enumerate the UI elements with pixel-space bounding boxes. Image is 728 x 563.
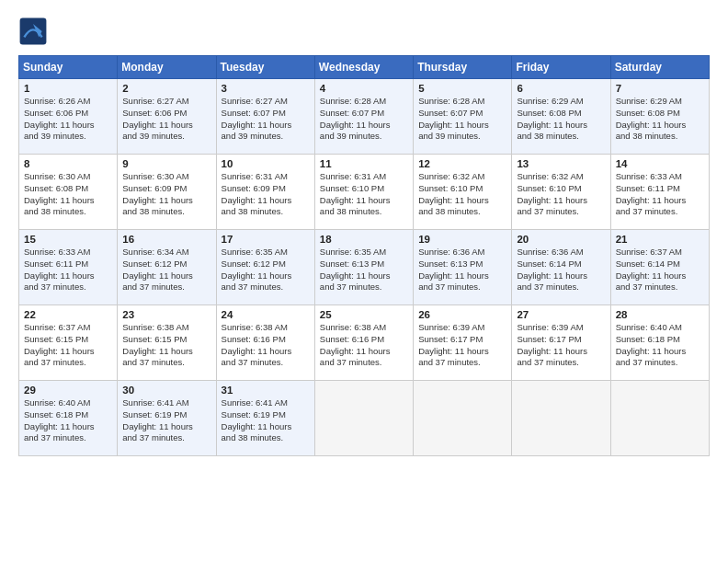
calendar-cell: 12Sunrise: 6:32 AM Sunset: 6:10 PM Dayli… — [414, 155, 512, 230]
day-number: 13 — [517, 158, 605, 169]
calendar-cell: 28Sunrise: 6:40 AM Sunset: 6:18 PM Dayli… — [610, 305, 709, 381]
calendar-cell: 9Sunrise: 6:30 AM Sunset: 6:09 PM Daylig… — [118, 155, 216, 230]
calendar-cell: 24Sunrise: 6:38 AM Sunset: 6:16 PM Dayli… — [216, 305, 314, 381]
calendar-week-row: 22Sunrise: 6:37 AM Sunset: 6:15 PM Dayli… — [19, 305, 710, 381]
calendar-cell — [610, 381, 709, 456]
calendar-cell: 10Sunrise: 6:31 AM Sunset: 6:09 PM Dayli… — [216, 155, 314, 230]
day-number: 14 — [616, 158, 704, 169]
calendar-cell: 5Sunrise: 6:28 AM Sunset: 6:07 PM Daylig… — [414, 79, 512, 155]
day-info: Sunrise: 6:28 AM Sunset: 6:07 PM Dayligh… — [320, 96, 408, 143]
calendar-cell: 31Sunrise: 6:41 AM Sunset: 6:19 PM Dayli… — [216, 381, 314, 456]
day-info: Sunrise: 6:33 AM Sunset: 6:11 PM Dayligh… — [616, 171, 704, 218]
day-number: 8 — [24, 158, 112, 169]
calendar-header-wednesday: Wednesday — [314, 56, 413, 79]
day-number: 30 — [122, 385, 210, 396]
calendar-header-row: SundayMondayTuesdayWednesdayThursdayFrid… — [19, 56, 710, 79]
day-number: 5 — [418, 83, 506, 94]
day-number: 9 — [122, 158, 210, 169]
day-number: 24 — [222, 309, 310, 320]
day-info: Sunrise: 6:38 AM Sunset: 6:16 PM Dayligh… — [222, 322, 310, 369]
calendar-cell: 14Sunrise: 6:33 AM Sunset: 6:11 PM Dayli… — [610, 155, 709, 230]
day-number: 1 — [24, 83, 112, 94]
day-info: Sunrise: 6:31 AM Sunset: 6:09 PM Dayligh… — [222, 171, 310, 218]
day-info: Sunrise: 6:27 AM Sunset: 6:07 PM Dayligh… — [222, 96, 310, 143]
calendar-cell: 13Sunrise: 6:32 AM Sunset: 6:10 PM Dayli… — [512, 155, 610, 230]
day-number: 25 — [320, 309, 408, 320]
day-number: 17 — [222, 234, 310, 245]
page: SundayMondayTuesdayWednesdayThursdayFrid… — [0, 0, 728, 563]
calendar-cell: 7Sunrise: 6:29 AM Sunset: 6:08 PM Daylig… — [610, 79, 709, 155]
day-info: Sunrise: 6:40 AM Sunset: 6:18 PM Dayligh… — [616, 322, 704, 369]
calendar-cell: 20Sunrise: 6:36 AM Sunset: 6:14 PM Dayli… — [512, 230, 610, 305]
day-number: 10 — [222, 158, 310, 169]
day-number: 31 — [222, 385, 310, 396]
calendar-cell: 15Sunrise: 6:33 AM Sunset: 6:11 PM Dayli… — [19, 230, 118, 305]
calendar-cell: 4Sunrise: 6:28 AM Sunset: 6:07 PM Daylig… — [314, 79, 413, 155]
calendar-cell: 23Sunrise: 6:38 AM Sunset: 6:15 PM Dayli… — [118, 305, 216, 381]
day-info: Sunrise: 6:35 AM Sunset: 6:12 PM Dayligh… — [222, 247, 310, 293]
day-number: 11 — [320, 158, 408, 169]
svg-rect-0 — [20, 18, 47, 45]
day-info: Sunrise: 6:32 AM Sunset: 6:10 PM Dayligh… — [418, 171, 506, 218]
day-info: Sunrise: 6:35 AM Sunset: 6:13 PM Dayligh… — [320, 247, 408, 293]
calendar-cell — [414, 381, 512, 456]
day-info: Sunrise: 6:36 AM Sunset: 6:14 PM Dayligh… — [517, 247, 605, 293]
day-info: Sunrise: 6:30 AM Sunset: 6:09 PM Dayligh… — [122, 171, 210, 218]
day-number: 15 — [24, 234, 112, 245]
day-info: Sunrise: 6:33 AM Sunset: 6:11 PM Dayligh… — [24, 247, 112, 293]
day-info: Sunrise: 6:30 AM Sunset: 6:08 PM Dayligh… — [24, 171, 112, 218]
day-info: Sunrise: 6:27 AM Sunset: 6:06 PM Dayligh… — [122, 96, 210, 143]
calendar-cell: 2Sunrise: 6:27 AM Sunset: 6:06 PM Daylig… — [118, 79, 216, 155]
day-info: Sunrise: 6:32 AM Sunset: 6:10 PM Dayligh… — [517, 171, 605, 218]
day-info: Sunrise: 6:38 AM Sunset: 6:16 PM Dayligh… — [320, 322, 408, 369]
day-number: 16 — [122, 234, 210, 245]
day-number: 22 — [24, 309, 112, 320]
day-number: 19 — [418, 234, 506, 245]
day-number: 2 — [122, 83, 210, 94]
calendar-cell: 25Sunrise: 6:38 AM Sunset: 6:16 PM Dayli… — [314, 305, 413, 381]
day-number: 12 — [418, 158, 506, 169]
day-info: Sunrise: 6:39 AM Sunset: 6:17 PM Dayligh… — [517, 322, 605, 369]
calendar-cell: 11Sunrise: 6:31 AM Sunset: 6:10 PM Dayli… — [314, 155, 413, 230]
calendar-cell: 16Sunrise: 6:34 AM Sunset: 6:12 PM Dayli… — [118, 230, 216, 305]
day-info: Sunrise: 6:41 AM Sunset: 6:19 PM Dayligh… — [122, 397, 210, 444]
calendar-cell — [314, 381, 413, 456]
logo-icon — [18, 17, 48, 46]
calendar-cell — [512, 381, 610, 456]
day-number: 27 — [517, 309, 605, 320]
calendar-cell: 8Sunrise: 6:30 AM Sunset: 6:08 PM Daylig… — [19, 155, 118, 230]
day-number: 29 — [24, 385, 112, 396]
logo — [18, 17, 51, 46]
day-number: 6 — [517, 83, 605, 94]
calendar-cell: 27Sunrise: 6:39 AM Sunset: 6:17 PM Dayli… — [512, 305, 610, 381]
day-info: Sunrise: 6:36 AM Sunset: 6:13 PM Dayligh… — [418, 247, 506, 293]
day-number: 7 — [616, 83, 704, 94]
day-info: Sunrise: 6:37 AM Sunset: 6:14 PM Dayligh… — [616, 247, 704, 293]
day-info: Sunrise: 6:37 AM Sunset: 6:15 PM Dayligh… — [24, 322, 112, 369]
day-info: Sunrise: 6:41 AM Sunset: 6:19 PM Dayligh… — [222, 397, 310, 444]
day-number: 26 — [418, 309, 506, 320]
calendar-header-friday: Friday — [512, 56, 610, 79]
calendar-week-row: 15Sunrise: 6:33 AM Sunset: 6:11 PM Dayli… — [19, 230, 710, 305]
calendar-cell: 17Sunrise: 6:35 AM Sunset: 6:12 PM Dayli… — [216, 230, 314, 305]
calendar-cell: 1Sunrise: 6:26 AM Sunset: 6:06 PM Daylig… — [19, 79, 118, 155]
calendar-header-monday: Monday — [118, 56, 216, 79]
day-info: Sunrise: 6:28 AM Sunset: 6:07 PM Dayligh… — [418, 96, 506, 143]
day-number: 21 — [616, 234, 704, 245]
day-info: Sunrise: 6:39 AM Sunset: 6:17 PM Dayligh… — [418, 322, 506, 369]
calendar: SundayMondayTuesdayWednesdayThursdayFrid… — [18, 55, 710, 456]
calendar-header-saturday: Saturday — [610, 56, 709, 79]
calendar-header-thursday: Thursday — [414, 56, 512, 79]
calendar-cell: 3Sunrise: 6:27 AM Sunset: 6:07 PM Daylig… — [216, 79, 314, 155]
calendar-week-row: 1Sunrise: 6:26 AM Sunset: 6:06 PM Daylig… — [19, 79, 710, 155]
day-number: 4 — [320, 83, 408, 94]
calendar-week-row: 29Sunrise: 6:40 AM Sunset: 6:18 PM Dayli… — [19, 381, 710, 456]
day-info: Sunrise: 6:29 AM Sunset: 6:08 PM Dayligh… — [517, 96, 605, 143]
day-number: 23 — [122, 309, 210, 320]
day-info: Sunrise: 6:38 AM Sunset: 6:15 PM Dayligh… — [122, 322, 210, 369]
calendar-week-row: 8Sunrise: 6:30 AM Sunset: 6:08 PM Daylig… — [19, 155, 710, 230]
calendar-cell: 22Sunrise: 6:37 AM Sunset: 6:15 PM Dayli… — [19, 305, 118, 381]
calendar-cell: 21Sunrise: 6:37 AM Sunset: 6:14 PM Dayli… — [610, 230, 709, 305]
day-info: Sunrise: 6:29 AM Sunset: 6:08 PM Dayligh… — [616, 96, 704, 143]
day-number: 3 — [222, 83, 310, 94]
